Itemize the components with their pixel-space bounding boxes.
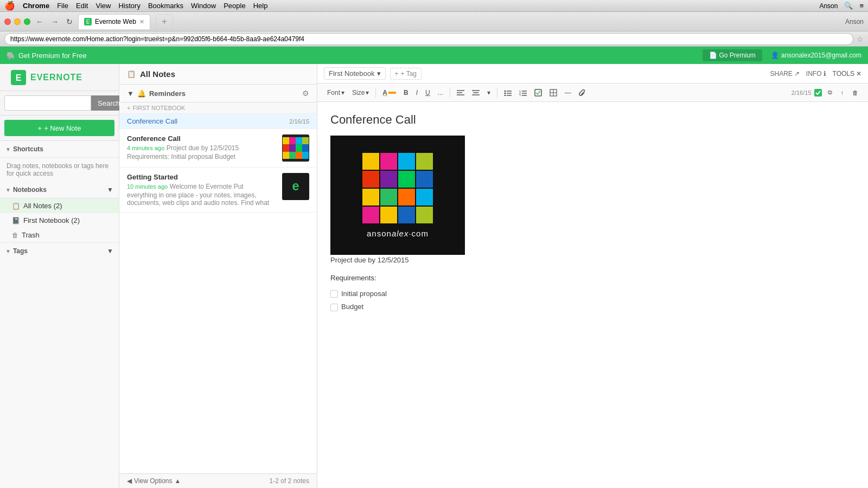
note-card-getting-started-body: everything in one place - your notes, im…: [127, 191, 277, 207]
new-note-button[interactable]: + + New Note: [4, 120, 114, 136]
note-card-conference-call-content: Conference Call 4 minutes ago Project du…: [127, 134, 277, 162]
tags-section-header[interactable]: ▼ Tags ▼: [0, 242, 119, 259]
back-button[interactable]: ←: [34, 16, 46, 27]
color-cell-1: [362, 153, 379, 170]
notebooks-section-header[interactable]: ▼ Notebooks ▼: [0, 182, 119, 198]
forward-button[interactable]: →: [49, 16, 61, 27]
close-tab-button[interactable]: ✕: [139, 18, 144, 25]
sidebar-item-first-notebook[interactable]: 📓 First Notebook (2): [0, 213, 119, 228]
apple-menu-icon[interactable]: 🍎: [4, 1, 15, 11]
align-center-button[interactable]: [469, 88, 483, 98]
note-body: Project due by 12/5/2015 Requirements: I…: [330, 255, 855, 313]
note-card-preview: Project due by 12/5/2015: [167, 144, 239, 152]
reminders-gear-icon[interactable]: ⚙: [302, 89, 309, 98]
window-menu[interactable]: Window: [191, 2, 216, 10]
sidebar-item-all-notes[interactable]: 📋 All Notes (2): [0, 198, 119, 213]
help-menu[interactable]: Help: [253, 2, 268, 10]
evernote-small-icon: e: [286, 177, 305, 196]
notebook-selector[interactable]: First Notebook ▾: [324, 67, 386, 80]
tools-button[interactable]: TOOLS ✕: [833, 70, 861, 78]
attach-button[interactable]: [576, 87, 590, 98]
search-icon[interactable]: 🔍: [844, 2, 853, 10]
view-menu[interactable]: View: [95, 2, 111, 10]
svg-point-10: [504, 90, 506, 92]
edit-menu[interactable]: Edit: [76, 2, 88, 10]
more-options-button[interactable]: ...: [435, 87, 446, 98]
close-tools-icon[interactable]: ✕: [856, 70, 861, 78]
checklist-item-budget[interactable]: Budget: [330, 301, 855, 313]
copy-note-button[interactable]: ⧉: [825, 87, 835, 98]
color-cell-15: [398, 207, 415, 223]
size-selector[interactable]: Size ▾: [349, 87, 372, 98]
italic-button[interactable]: I: [413, 87, 421, 98]
tag-plus-icon: +: [395, 70, 399, 78]
toolbar-separator-1: [375, 88, 376, 98]
toolbar-date-area: 2/16/15 ⧉ ↑ 🗑: [792, 87, 861, 98]
align-options-button[interactable]: ▾: [484, 87, 494, 98]
shortcuts-section-header[interactable]: ▼ Shortcuts: [0, 141, 119, 158]
ordered-list-button[interactable]: 1. 2. 3.: [516, 88, 530, 98]
notebook-add-icon[interactable]: +: [127, 105, 130, 111]
table-button[interactable]: [546, 87, 560, 98]
editor-content[interactable]: Conference Call: [317, 102, 868, 488]
mac-titlebar: 🍎 Chrome File Edit View History Bookmark…: [0, 0, 868, 12]
checkbox-button[interactable]: [531, 87, 545, 98]
menu-icon[interactable]: ≡: [859, 2, 864, 10]
active-tab[interactable]: E Evernote Web ✕: [78, 14, 150, 29]
share-button[interactable]: SHARE ↗: [770, 70, 800, 78]
note-in-notebook-conference-call[interactable]: Conference Call 2/16/15: [119, 114, 317, 129]
view-options-prev-icon: ◀: [127, 477, 132, 485]
font-selector[interactable]: Font ▾: [324, 87, 348, 98]
user-avatar: Anson: [845, 18, 864, 25]
maximize-window-button[interactable]: [24, 18, 30, 25]
file-menu[interactable]: File: [57, 2, 68, 10]
note-card-thumbnail-color-logo: [282, 134, 309, 162]
delete-note-button[interactable]: 🗑: [849, 88, 861, 98]
close-window-button[interactable]: [4, 18, 11, 25]
new-tab-button[interactable]: +: [156, 14, 173, 29]
requirements-label: Requirements:: [330, 273, 855, 284]
tags-chevron-icon: ▼: [5, 248, 11, 254]
url-input[interactable]: [4, 33, 853, 45]
note-image-ansonalex-logo: ansonalex·com: [330, 136, 465, 255]
svg-rect-26: [814, 89, 822, 97]
divider-button[interactable]: —: [561, 87, 575, 98]
bookmarks-menu[interactable]: Bookmarks: [148, 2, 183, 10]
all-notes-icon: 📋: [12, 202, 20, 210]
minimize-window-button[interactable]: [14, 18, 21, 25]
checkbox-budget[interactable]: [330, 304, 338, 311]
note-card-conference-call[interactable]: Conference Call 4 minutes ago Project du…: [119, 129, 317, 168]
color-cell-13: [362, 207, 379, 223]
svg-text:3.: 3.: [519, 94, 521, 96]
bold-button[interactable]: B: [400, 87, 412, 98]
note-title[interactable]: Conference Call: [330, 113, 855, 127]
svg-point-12: [504, 92, 506, 94]
people-menu[interactable]: People: [224, 2, 245, 10]
text-color-button[interactable]: A: [379, 87, 399, 98]
reload-button[interactable]: ↻: [64, 16, 75, 27]
chrome-menu[interactable]: Chrome: [23, 2, 49, 10]
bookmark-star-icon[interactable]: ☆: [857, 35, 864, 43]
checklist-item-initial-proposal[interactable]: Initial proposal: [330, 288, 855, 300]
underline-button[interactable]: U: [422, 87, 433, 98]
note-card-title: Conference Call: [127, 134, 277, 143]
chrome-tab-bar: ← → ↻ E Evernote Web ✕ + Anson: [0, 12, 868, 31]
unordered-list-button[interactable]: [501, 88, 515, 98]
go-premium-button[interactable]: 📄 Go Premium: [703, 49, 762, 61]
align-left-button[interactable]: [454, 88, 468, 98]
notes-list-header: 📋 All Notes: [119, 64, 317, 85]
checkbox-initial-proposal[interactable]: [330, 290, 338, 298]
tag-button[interactable]: + + Tag: [390, 68, 422, 80]
history-menu[interactable]: History: [118, 2, 140, 10]
reminders-section-header[interactable]: ▼ 🔔 Reminders ⚙: [119, 85, 317, 102]
color-cell-7: [398, 171, 415, 188]
info-button[interactable]: INFO ℹ: [806, 70, 826, 78]
tags-label: Tags: [13, 247, 28, 255]
share-note-button[interactable]: ↑: [838, 88, 847, 98]
sidebar-item-trash[interactable]: 🗑 Trash: [0, 228, 119, 242]
reminders-left: ▼ 🔔 Reminders: [127, 89, 186, 98]
note-card-getting-started[interactable]: Getting Started 10 minutes ago Welcome t…: [119, 168, 317, 213]
view-options-button[interactable]: ◀ View Options ▲: [127, 477, 181, 485]
first-notebook-label: First Notebook (2): [23, 216, 80, 224]
search-input[interactable]: [4, 95, 91, 111]
